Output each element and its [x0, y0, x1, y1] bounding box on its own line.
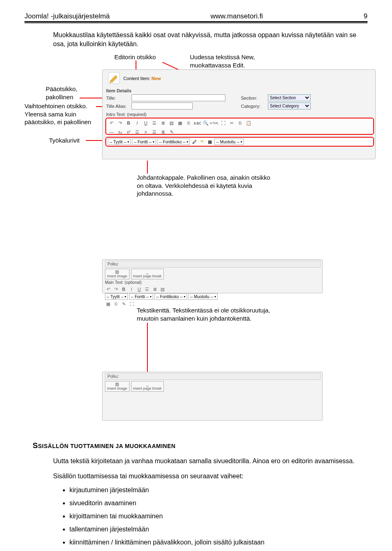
polku-row-1: Polku: — [105, 261, 321, 268]
list-ol-icon-2[interactable]: ≣ — [151, 286, 158, 292]
text-color-icon[interactable]: 🖉 — [191, 138, 198, 145]
content-item-value: New — [151, 76, 161, 81]
conn-editor — [136, 60, 136, 70]
list-item: kiinnittäminen / linkittäminen päävalikk… — [69, 539, 368, 546]
icon-c[interactable]: ✎ — [120, 301, 127, 307]
title-field[interactable] — [131, 94, 225, 101]
cut-icon[interactable]: ✂ — [228, 120, 235, 126]
italic-icon[interactable]: I — [134, 120, 140, 126]
edit-icon[interactable]: ✎ — [168, 129, 175, 135]
tyylit-select[interactable]: -- Tyylit -- — [108, 138, 131, 145]
title-label: Title: — [106, 96, 116, 100]
icon-b[interactable]: ⎘ — [113, 301, 119, 307]
copy-icon[interactable]: ⎘ — [237, 120, 243, 126]
label-uudessa: Uudessa tekstissä New, muokattavassa Edi… — [190, 53, 296, 69]
label-vaihtoehtoinen: Vaihtoehtoinen otsikko. Yleensä sama kui… — [24, 102, 96, 126]
polku-row-2: Polku: — [105, 373, 321, 380]
list-item: kirjoittaminen tai muokkaaminen — [69, 513, 368, 520]
content-item-label: Content Item: — [123, 76, 150, 81]
insert-table-icon[interactable]: ▦ — [177, 120, 183, 126]
align-right-icon[interactable]: ☰ — [151, 129, 158, 135]
image-icon: ▧ — [115, 382, 119, 386]
pencil-icon — [107, 71, 120, 85]
sub-icon[interactable]: x₂ — [117, 129, 123, 135]
page-break-button-1[interactable]: ⎯Insert page break — [131, 269, 164, 279]
html-icon[interactable]: HTML — [211, 120, 218, 126]
list-item: tallentaminen järjestelmään — [69, 526, 368, 533]
fonttikoko-select-2[interactable]: -- Fonttikoko -- — [154, 293, 187, 300]
find-icon[interactable]: 🔍 — [203, 120, 209, 126]
insert-image-button-2[interactable]: ▧Insert image — [105, 381, 129, 392]
title-alias-label: Title Alias: — [106, 104, 127, 109]
section-label: Section: — [241, 96, 257, 100]
list-item: sivueditorin avaaminen — [69, 500, 368, 507]
content-item-line: Content Item: New — [123, 76, 161, 81]
header-rule — [24, 21, 368, 23]
list-ol-icon[interactable]: ≣ — [160, 120, 166, 126]
link-icon[interactable]: ⎘ — [185, 120, 192, 126]
icon-a[interactable]: ▦ — [105, 301, 111, 307]
bold-icon-2[interactable]: B — [120, 286, 127, 292]
sup-icon[interactable]: x² — [125, 129, 132, 135]
conn-johd — [147, 161, 148, 174]
table-tools-icon[interactable]: ▦ — [207, 138, 213, 145]
insert-image-icon[interactable]: ▧ — [168, 120, 175, 126]
fonttikoko-select[interactable]: -- Fonttikoko -- — [157, 138, 190, 145]
section-p1: Uutta tekstiä kirjoitetaan ja vanhaa muo… — [53, 457, 359, 466]
tyylit-select-2[interactable]: -- Tyylit -- — [105, 293, 128, 300]
section-title: SSisällön tuottaminen ja muokkaaminen — [33, 441, 368, 450]
diagram-area: Editorin otsikko Uudessa tekstissä New, … — [24, 53, 368, 433]
redo-icon-2[interactable]: ↷ — [113, 286, 119, 292]
muotoilu-select-2[interactable]: -- Muotoilu -- — [188, 293, 218, 300]
paste-icon[interactable]: 📋 — [245, 120, 252, 126]
toolbar-row-4: -- Tyylit -- -- Fontti -- -- Fonttikoko … — [105, 293, 309, 300]
redo-icon[interactable]: ↷ — [117, 120, 123, 126]
header-left: Joomla! -julkaisujärjestelmä — [24, 12, 110, 20]
muotoilu-select[interactable]: -- Muotoilu -- — [214, 138, 244, 145]
undo-icon-2[interactable]: ↶ — [105, 286, 111, 292]
fontti-select-2[interactable]: -- Fontti -- — [129, 293, 153, 300]
header-page-number: 9 — [364, 12, 368, 20]
hr-icon[interactable]: — — [108, 129, 115, 135]
list-ul-icon-2[interactable]: ☰ — [144, 286, 150, 292]
fullscreen-icon[interactable]: ⛶ — [220, 120, 226, 126]
justify-icon[interactable]: ≣ — [160, 129, 166, 135]
conn-teksti — [147, 323, 148, 372]
main-text-label: Main Text: (optional) — [105, 280, 142, 285]
underline-icon-2[interactable]: U — [136, 286, 143, 292]
align-left-icon[interactable]: ☰ — [134, 129, 140, 135]
page-break-button-2[interactable]: ⎯Insert page break — [131, 381, 164, 392]
icon-d[interactable]: ⛶ — [128, 301, 135, 307]
label-paaotsikko: Pääotsikko, pakollinen — [46, 85, 78, 101]
toolbar-row-5: ▦ ⎘ ✎ ⛶ — [105, 301, 187, 307]
misc-icon-2[interactable]: ▧ — [159, 286, 166, 292]
underline-icon[interactable]: U — [143, 120, 149, 126]
label-tyokalurivit: Työkalurivit — [49, 136, 80, 145]
toolbar-row-3: ↶ ↷ B I U ☰ ≣ ▧ — [105, 286, 309, 292]
bg-color-icon[interactable]: ᵃᵇ — [199, 138, 205, 145]
intro-text-label: Intro Text: (required) — [106, 112, 147, 117]
undo-icon[interactable]: ↶ — [108, 120, 115, 126]
label-johdanto: Johdantokappale. Pakollinen osa, ainakin… — [137, 174, 276, 198]
label-editorin-otsikko: Editorin otsikko — [114, 53, 156, 61]
italic-icon-2[interactable]: I — [128, 286, 135, 292]
toolbar-row-2: -- Tyylit -- -- Fontti -- -- Fonttikoko … — [105, 137, 374, 147]
section-select[interactable]: Select Section — [268, 94, 311, 101]
spellcheck-icon[interactable]: ᴀʙᴄ — [194, 120, 200, 126]
conn-toolbar — [86, 140, 104, 141]
page-break-icon: ⎯ — [146, 382, 149, 386]
image-icon: ▧ — [115, 270, 119, 274]
list-ul-icon[interactable]: ☰ — [151, 120, 158, 126]
title-alias-field[interactable] — [131, 103, 193, 109]
category-select[interactable]: Select Category — [268, 103, 311, 109]
intro-paragraph: Muokkaustilaa käytettäessä kaikki osat o… — [53, 31, 359, 48]
insert-image-button-1[interactable]: ▧Insert image — [105, 269, 129, 279]
item-details-heading: Item Details — [106, 88, 131, 93]
fontti-select[interactable]: -- Fontti -- — [132, 138, 156, 145]
bold-icon[interactable]: B — [125, 120, 132, 126]
list-item: kirjautuminen järjestelmään — [69, 486, 368, 494]
page-break-icon: ⎯ — [146, 270, 149, 274]
toolbar-row-1: ↶ ↷ B I U ☰ ≣ ▧ ▦ ⎘ ᴀʙᴄ 🔍 HTML ⛶ ✂ ⎘ 📋 — — [105, 118, 374, 135]
header-center: www.mansetori.fi — [210, 12, 263, 20]
align-center-icon[interactable]: ≡ — [143, 129, 149, 135]
